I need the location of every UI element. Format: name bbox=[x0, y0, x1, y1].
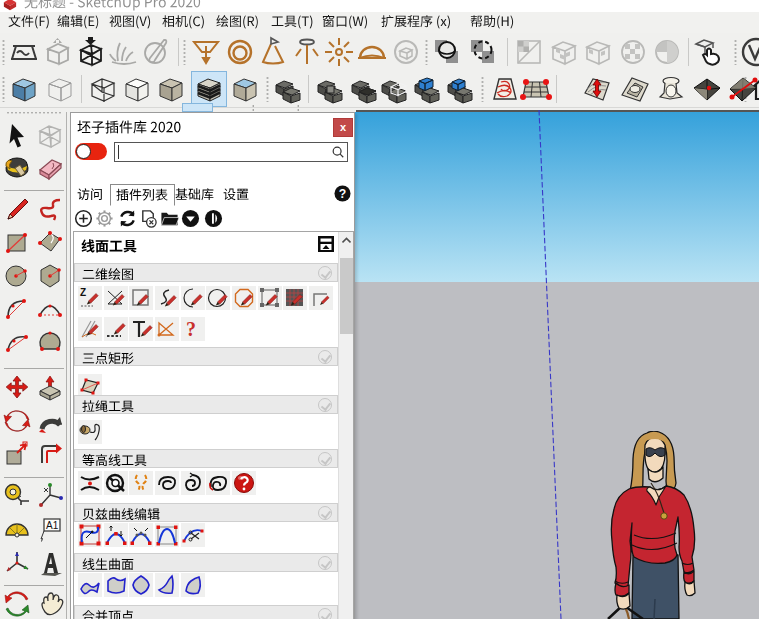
svg-text:?: ? bbox=[186, 318, 196, 340]
svg-text:?: ? bbox=[339, 187, 347, 201]
svg-text:Z: Z bbox=[80, 287, 86, 298]
svg-text:A1: A1 bbox=[46, 520, 59, 531]
